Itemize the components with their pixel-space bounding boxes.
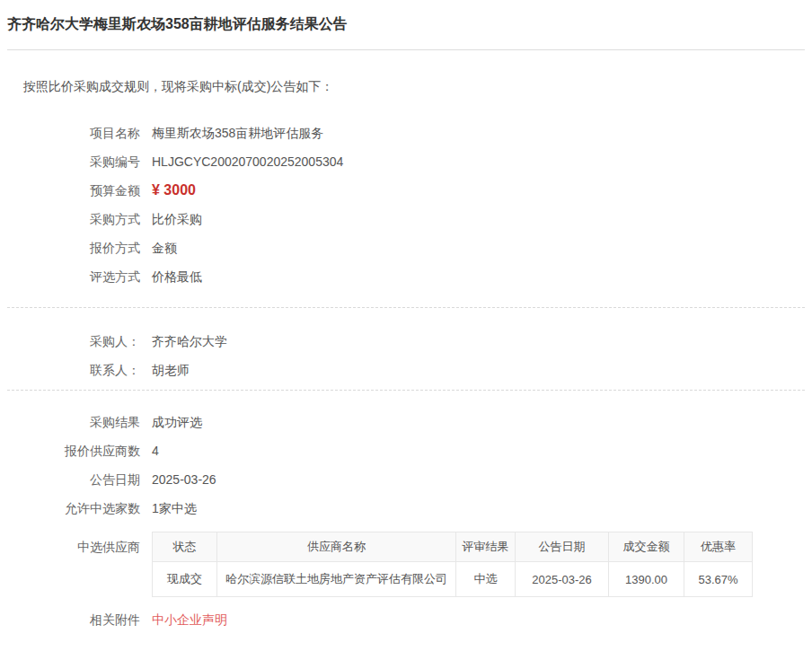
field-label: 项目名称 bbox=[7, 124, 140, 142]
col-header-deal-amount: 成交金额 bbox=[609, 532, 684, 562]
field-value: 价格最低 bbox=[152, 268, 202, 286]
field-buyer: 采购人： 齐齐哈尔大学 bbox=[7, 332, 805, 350]
field-label: 公告日期 bbox=[7, 471, 140, 488]
cell-supplier-name: 哈尔滨源信联土地房地产资产评估有限公司 bbox=[217, 562, 456, 597]
field-contact-person: 联系人： 胡老师 bbox=[7, 361, 805, 379]
field-label: 允许中选家数 bbox=[7, 499, 140, 517]
winner-table: 状态 供应商名称 评审结果 公告日期 成交金额 优惠率 现成交 哈尔滨源信联土地… bbox=[152, 532, 753, 597]
announcement-page: 齐齐哈尔大学梅里斯农场358亩耕地评估服务结果公告 按照比价采购成交规则，现将采… bbox=[0, 14, 812, 629]
buyer-info-section: 采购人： 齐齐哈尔大学 联系人： 胡老师 bbox=[7, 332, 805, 379]
table-row: 现成交 哈尔滨源信联土地房地产资产评估有限公司 中选 2025-03-26 13… bbox=[153, 562, 753, 597]
field-label: 采购方式 bbox=[7, 210, 140, 228]
field-value: 4 bbox=[152, 442, 159, 460]
col-header-review-result: 评审结果 bbox=[456, 532, 516, 562]
field-label: 采购人： bbox=[7, 332, 140, 350]
field-value: HLJGCYC2002070020252005304 bbox=[152, 153, 343, 171]
field-value: 2025-03-26 bbox=[152, 471, 216, 488]
field-value: 齐齐哈尔大学 bbox=[152, 332, 227, 350]
intro-text: 按照比价采购成交规则，现将采购中标(成交)公告如下： bbox=[23, 79, 805, 93]
col-header-announce-date: 公告日期 bbox=[516, 532, 609, 562]
field-selection-method: 评选方式 价格最低 bbox=[7, 268, 805, 286]
dashed-divider bbox=[7, 307, 805, 308]
cell-deal-amount: 1390.00 bbox=[609, 562, 684, 597]
cell-announce-date: 2025-03-26 bbox=[516, 562, 609, 597]
title-divider bbox=[7, 49, 805, 50]
cell-review-result: 中选 bbox=[456, 562, 516, 597]
field-label: 报价供应商数 bbox=[7, 442, 140, 460]
cell-discount-rate: 53.67% bbox=[684, 562, 753, 597]
field-label: 相关附件 bbox=[7, 611, 140, 629]
cell-status: 现成交 bbox=[153, 562, 217, 597]
budget-amount: ¥ 3000 bbox=[152, 181, 196, 199]
field-value: 梅里斯农场358亩耕地评估服务 bbox=[152, 124, 323, 142]
field-supplier-count: 报价供应商数 4 bbox=[7, 442, 805, 460]
col-header-discount-rate: 优惠率 bbox=[684, 532, 753, 562]
field-value: 金额 bbox=[152, 239, 177, 257]
winner-table-wrap: 状态 供应商名称 评审结果 公告日期 成交金额 优惠率 现成交 哈尔滨源信联土地… bbox=[152, 532, 753, 597]
field-budget-amount: 预算金额 ¥ 3000 bbox=[7, 181, 805, 199]
col-header-status: 状态 bbox=[153, 532, 217, 562]
project-info-section: 项目名称 梅里斯农场358亩耕地评估服务 采购编号 HLJGCYC2002070… bbox=[7, 124, 805, 286]
field-label: 中选供应商 bbox=[7, 532, 140, 562]
result-info-section: 采购结果 成功评选 报价供应商数 4 公告日期 2025-03-26 允许中选家… bbox=[7, 413, 805, 517]
field-label: 报价方式 bbox=[7, 239, 140, 257]
field-project-name: 项目名称 梅里斯农场358亩耕地评估服务 bbox=[7, 124, 805, 142]
dashed-divider bbox=[7, 390, 805, 391]
field-procurement-method: 采购方式 比价采购 bbox=[7, 210, 805, 228]
field-procurement-result: 采购结果 成功评选 bbox=[7, 413, 805, 431]
field-value: 成功评选 bbox=[152, 413, 202, 431]
winner-supplier-section: 中选供应商 状态 供应商名称 评审结果 公告日期 bbox=[7, 532, 805, 597]
col-header-supplier-name: 供应商名称 bbox=[217, 532, 456, 562]
field-value: 1家中选 bbox=[152, 499, 197, 517]
attachment-link[interactable]: 中小企业声明 bbox=[152, 611, 227, 629]
field-procurement-number: 采购编号 HLJGCYC2002070020252005304 bbox=[7, 153, 805, 171]
table-header-row: 状态 供应商名称 评审结果 公告日期 成交金额 优惠率 bbox=[153, 532, 753, 562]
field-allowed-winners: 允许中选家数 1家中选 bbox=[7, 499, 805, 517]
field-label: 采购编号 bbox=[7, 153, 140, 171]
field-announcement-date: 公告日期 2025-03-26 bbox=[7, 471, 805, 488]
field-quote-method: 报价方式 金额 bbox=[7, 239, 805, 257]
field-label: 评选方式 bbox=[7, 268, 140, 286]
field-value: 比价采购 bbox=[152, 210, 202, 228]
attachments-section: 相关附件 中小企业声明 bbox=[7, 611, 805, 629]
field-label: 采购结果 bbox=[7, 413, 140, 431]
page-title: 齐齐哈尔大学梅里斯农场358亩耕地评估服务结果公告 bbox=[7, 14, 805, 34]
field-label: 预算金额 bbox=[7, 181, 140, 199]
field-value: 胡老师 bbox=[152, 361, 190, 379]
field-label: 联系人： bbox=[7, 361, 140, 379]
